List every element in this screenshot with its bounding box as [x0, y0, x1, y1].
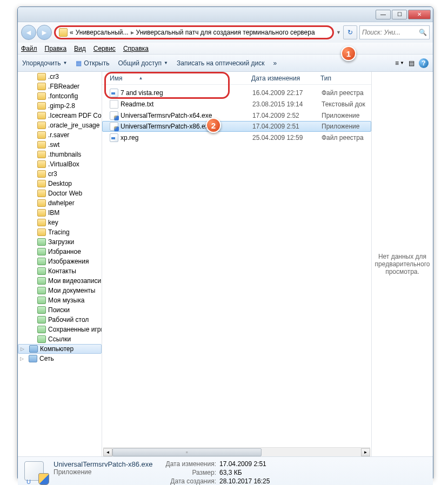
file-row[interactable]: Readme.txt23.08.2015 19:14Текстовый док	[102, 98, 371, 110]
view-mode-button[interactable]: ≡▼	[395, 59, 404, 67]
details-pane: U UniversalTermsrvPatch-x86.exe Приложен…	[18, 456, 433, 485]
forward-button[interactable]: ►	[37, 25, 52, 40]
tree-item[interactable]: .oracle_jre_usage	[18, 120, 102, 130]
folder-icon	[37, 306, 46, 314]
close-button[interactable]: ✕	[408, 10, 431, 19]
horizontal-scrollbar[interactable]: ◄ ≡ ►	[103, 447, 370, 456]
file-name: 7 and vista.reg	[121, 89, 252, 97]
more-button[interactable]: »	[273, 59, 277, 67]
minimize-button[interactable]: —	[376, 10, 391, 19]
tree-item[interactable]: .Icecream PDF Co	[18, 111, 102, 120]
tree-item[interactable]: Мои видеозаписи	[18, 276, 102, 286]
tree-item[interactable]: Избранное	[18, 247, 102, 257]
tree-item[interactable]: .FBReader	[18, 82, 102, 91]
file-list[interactable]: Имя▲ Дата изменения Тип 7 and vista.reg1…	[102, 72, 371, 456]
tree-item[interactable]: Desktop	[18, 179, 102, 188]
tree-item-computer[interactable]: ▷Компьютер	[18, 344, 102, 354]
column-name[interactable]: Имя▲	[106, 75, 248, 82]
breadcrumb-segment[interactable]: Универсальный...	[76, 29, 129, 36]
folder-icon	[37, 141, 46, 149]
search-input[interactable]	[362, 29, 427, 36]
file-row[interactable]: xp.reg25.04.2009 12:59Файл реестра	[102, 132, 371, 143]
back-button[interactable]: ◄	[21, 25, 36, 40]
tree-item[interactable]: key	[18, 218, 102, 227]
tree-item[interactable]: Контакты	[18, 266, 102, 276]
sort-arrow-icon: ▲	[138, 76, 143, 80]
burn-button[interactable]: Записать на оптический диск	[177, 59, 265, 67]
maximize-button[interactable]: ☐	[392, 10, 407, 19]
tree-item[interactable]: Doctor Web	[18, 188, 102, 198]
menu-file[interactable]: Файл	[21, 45, 37, 52]
tree-item[interactable]: .cr3	[18, 72, 102, 82]
expand-icon[interactable]: ▷	[21, 346, 26, 352]
folder-icon	[37, 267, 46, 275]
tree-item[interactable]: .swt	[18, 140, 102, 150]
share-button[interactable]: Общий доступ▼	[118, 59, 168, 67]
file-large-icon: U	[24, 461, 47, 484]
uac-shield-icon	[38, 473, 49, 485]
tree-item[interactable]: .r.saver	[18, 130, 102, 140]
tree-item-label: .oracle_jre_usage	[48, 122, 99, 129]
tree-item[interactable]: Рабочий стол	[18, 315, 102, 325]
tree-item[interactable]: .thumbnails	[18, 150, 102, 159]
tree-item[interactable]: IBM	[18, 208, 102, 218]
tree-item[interactable]: .gimp-2.8	[18, 101, 102, 111]
folder-icon	[37, 122, 46, 129]
scroll-thumb[interactable]: ≡	[112, 448, 262, 456]
tree-item[interactable]: cr3	[18, 169, 102, 179]
tree-item[interactable]: Tracing	[18, 227, 102, 237]
scroll-left-button[interactable]: ◄	[103, 448, 112, 456]
folder-icon	[37, 228, 46, 236]
file-row[interactable]: UniversalTermsrvPatch-x64.exe17.04.2009 …	[102, 110, 371, 121]
tree-item[interactable]: Моя музыка	[18, 295, 102, 305]
tree-item-label: Сохраненные игры	[48, 326, 102, 333]
file-icon	[110, 133, 118, 142]
tree-item[interactable]: Мои документы	[18, 286, 102, 295]
tree-item-label: .thumbnails	[48, 151, 81, 158]
tree-item-label: .VirtualBox	[48, 160, 79, 168]
search-box[interactable]: 🔍	[359, 25, 430, 39]
help-button[interactable]: ?	[419, 58, 429, 68]
column-date[interactable]: Дата изменения	[248, 75, 317, 82]
open-button[interactable]: ▦Открыть	[76, 59, 109, 67]
tree-item[interactable]: .VirtualBox	[18, 159, 102, 169]
tree-item-label: Избранное	[48, 248, 81, 255]
search-icon[interactable]: 🔍	[419, 29, 427, 36]
file-row[interactable]: 7 and vista.reg16.04.2009 22:17Файл реес…	[102, 87, 371, 98]
annotation-badge-1: 1	[341, 46, 356, 61]
menu-view[interactable]: Вид	[74, 45, 86, 52]
chevron-right-icon[interactable]: ▸	[131, 29, 134, 36]
breadcrumb-segment[interactable]: Универсальный патч для создания терминал…	[136, 29, 315, 36]
tree-item[interactable]: .fontconfig	[18, 91, 102, 101]
navigation-tree[interactable]: .cr3.FBReader.fontconfig.gimp-2.8.Icecre…	[18, 72, 102, 456]
tree-item-network[interactable]: ▷Сеть	[18, 354, 102, 363]
address-bar[interactable]: « Универсальный... ▸ Универсальный патч …	[54, 25, 334, 39]
tree-item-label: Контакты	[48, 267, 76, 275]
scroll-right-button[interactable]: ►	[361, 448, 370, 456]
computer-icon	[29, 345, 38, 353]
tree-item[interactable]: Ссылки	[18, 334, 102, 344]
tree-item[interactable]: Поиски	[18, 305, 102, 315]
organize-button[interactable]: Упорядочить▼	[22, 59, 67, 67]
annotation-badge-2: 2	[206, 118, 221, 133]
tree-item[interactable]: dwhelper	[18, 198, 102, 208]
scroll-track[interactable]: ≡	[112, 448, 361, 456]
preview-pane-button[interactable]: ▤	[409, 59, 414, 67]
address-dropdown-icon[interactable]: ▼	[336, 30, 341, 35]
tree-item[interactable]: Загрузки	[18, 237, 102, 247]
tree-item[interactable]: Изображения	[18, 257, 102, 266]
column-type[interactable]: Тип	[317, 75, 371, 82]
folder-icon	[37, 73, 46, 80]
file-row[interactable]: UniversalTermsrvPatch-x86.exe17.04.2009 …	[102, 121, 371, 132]
menu-tools[interactable]: Сервис	[93, 45, 116, 52]
tree-item-label: Tracing	[48, 228, 70, 236]
refresh-button[interactable]: ↻	[343, 25, 357, 39]
menu-help[interactable]: Справка	[123, 45, 149, 52]
folder-icon	[37, 297, 46, 304]
menu-bar: Файл Правка Вид Сервис Справка	[18, 43, 433, 55]
expand-icon[interactable]: ▷	[20, 356, 25, 361]
folder-icon	[37, 151, 46, 158]
tree-item[interactable]: Сохраненные игры	[18, 325, 102, 334]
details-size-label: Размер:	[166, 469, 217, 476]
menu-edit[interactable]: Правка	[45, 45, 67, 52]
